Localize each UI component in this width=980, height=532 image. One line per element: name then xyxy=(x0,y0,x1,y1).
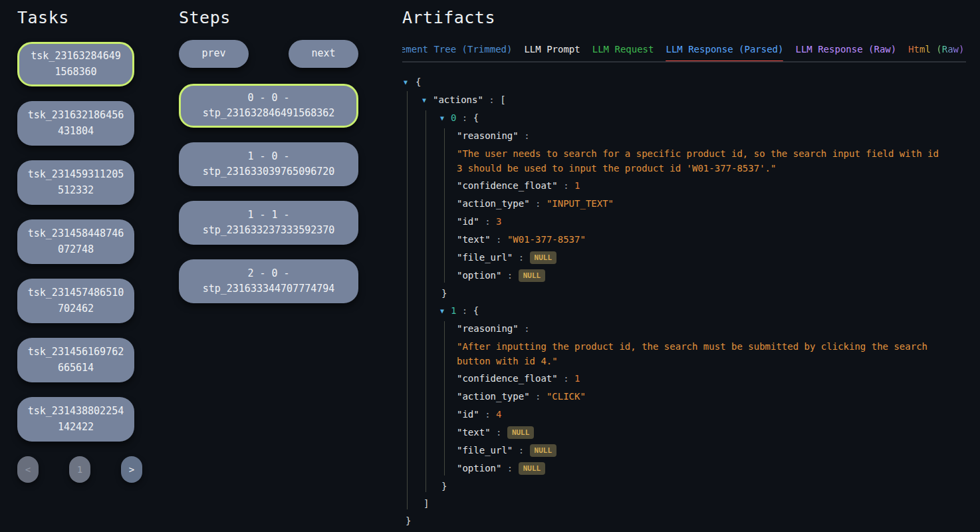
json-row-option: "option" : NULL xyxy=(402,267,966,285)
json-bracket: { xyxy=(473,305,479,316)
pagination-page-button[interactable]: 1 xyxy=(69,456,90,483)
json-colon: : xyxy=(519,130,530,141)
json-key: "file_url" xyxy=(457,252,513,263)
json-key: "reasoning" xyxy=(457,130,519,141)
json-colon: : xyxy=(491,234,507,245)
step-button[interactable]: 1 - 0 - stp_231633039765096720 xyxy=(179,142,358,186)
step-button[interactable]: 1 - 1 - stp_231633237333592370 xyxy=(179,201,358,245)
json-colon: : xyxy=(558,373,574,384)
json-key: "actions" xyxy=(433,94,483,105)
json-key: "text" xyxy=(457,427,491,438)
json-row-text: "text" : "W01-377-8537" xyxy=(402,231,966,249)
json-tree-viewer: ▼{ ▼"actions" : [ ▼0 : { "reasoning" : "… xyxy=(402,73,966,529)
task-button[interactable]: tsk_231457486510 702462 xyxy=(17,279,134,323)
json-colon: : xyxy=(513,252,529,263)
json-row-confidence: "confidence_float" : 1 xyxy=(402,177,966,195)
json-string: "The user needs to search for a specific… xyxy=(457,148,939,174)
artifacts-panel: Artifacts Element Tree (Trimmed) LLM Pro… xyxy=(402,0,966,529)
step-nav: prev next xyxy=(179,40,358,68)
json-colon: : xyxy=(530,198,547,209)
task-button[interactable]: tsk_231438802254 142422 xyxy=(17,397,134,442)
json-key: "action_type" xyxy=(457,391,530,402)
null-badge: NULL xyxy=(507,426,535,439)
task-button[interactable]: tsk_231456169762 665614 xyxy=(17,338,134,382)
null-badge: NULL xyxy=(519,462,546,475)
json-row-close-array: ] xyxy=(402,495,966,512)
json-colon: : xyxy=(456,305,473,316)
json-bracket: [ xyxy=(500,94,505,105)
json-bracket: } xyxy=(441,288,447,299)
json-colon: : xyxy=(479,216,496,227)
json-key: "confidence_float" xyxy=(457,180,558,191)
collapse-arrow-icon[interactable]: ▼ xyxy=(404,73,408,91)
task-button[interactable]: tsk_231632186456 431804 xyxy=(17,101,134,146)
tab-llm-response-raw[interactable]: LLM Response (Raw) xyxy=(795,44,896,61)
json-key: "option" xyxy=(457,463,501,473)
json-string-value: "After inputting the product id, the sea… xyxy=(402,338,966,370)
tab-llm-prompt[interactable]: LLM Prompt xyxy=(524,44,580,61)
json-colon: : xyxy=(501,270,518,281)
json-key: "option" xyxy=(457,270,501,281)
json-string: "INPUT_TEXT" xyxy=(547,198,614,209)
artifacts-title: Artifacts xyxy=(402,0,966,27)
json-key: "id" xyxy=(457,409,479,420)
json-row-id: "id" : 3 xyxy=(402,213,966,231)
json-key: "action_type" xyxy=(457,198,530,209)
json-bracket: { xyxy=(416,76,421,87)
json-colon: : xyxy=(530,391,547,402)
json-row-confidence: "confidence_float" : 1 xyxy=(402,370,966,388)
step-button[interactable]: 2 - 0 - stp_231633344707774794 xyxy=(179,259,358,303)
json-row-root-open: ▼{ xyxy=(402,73,966,91)
json-row-action-type: "action_type" : "CLICK" xyxy=(402,388,966,406)
json-colon: : xyxy=(483,94,500,105)
json-number: 1 xyxy=(574,373,580,384)
step-button[interactable]: 0 - 0 - stp_231632846491568362 xyxy=(179,84,358,128)
tasks-pagination: < 1 > xyxy=(17,456,142,483)
tab-html-raw[interactable]: Html (Raw) xyxy=(908,44,964,61)
null-badge: NULL xyxy=(530,251,557,264)
artifact-tabs: Element Tree (Trimmed) LLM Prompt LLM Re… xyxy=(402,44,966,63)
task-button[interactable]: tsk_231459311205 512332 xyxy=(17,160,134,205)
collapse-arrow-icon[interactable]: ▼ xyxy=(422,91,426,109)
tasks-title: Tasks xyxy=(17,0,134,27)
pagination-next-button[interactable]: > xyxy=(121,456,142,483)
json-row-reasoning: "reasoning" : xyxy=(402,127,966,145)
json-row-option: "option" : NULL xyxy=(402,460,966,477)
null-badge: NULL xyxy=(519,269,546,282)
json-colon: : xyxy=(491,427,507,438)
json-key: "file_url" xyxy=(457,445,513,456)
json-string: "CLICK" xyxy=(547,391,586,402)
json-string: "After inputting the product id, the sea… xyxy=(457,341,927,366)
json-colon: : xyxy=(501,463,518,473)
json-row-file-url: "file_url" : NULL xyxy=(402,442,966,460)
json-key: "confidence_float" xyxy=(457,373,558,384)
json-row-id: "id" : 4 xyxy=(402,406,966,424)
json-colon: : xyxy=(456,112,473,123)
json-row-reasoning: "reasoning" : xyxy=(402,320,966,338)
json-bracket: } xyxy=(441,481,447,491)
json-row-file-url: "file_url" : NULL xyxy=(402,249,966,267)
task-button[interactable]: tsk_23163284649 1568360 xyxy=(17,42,134,86)
json-string: "W01-377-8537" xyxy=(507,234,586,245)
next-step-button[interactable]: next xyxy=(289,40,358,68)
tab-llm-response-parsed[interactable]: LLM Response (Parsed) xyxy=(666,44,783,61)
task-button[interactable]: tsk_231458448746 072748 xyxy=(17,219,134,264)
json-key: "id" xyxy=(457,216,479,227)
tab-llm-request[interactable]: LLM Request xyxy=(592,44,654,61)
prev-step-button[interactable]: prev xyxy=(179,40,249,68)
json-colon: : xyxy=(519,323,530,334)
json-row-close-obj: } xyxy=(402,285,966,302)
pagination-prev-button[interactable]: < xyxy=(17,456,39,483)
json-row-action-type: "action_type" : "INPUT_TEXT" xyxy=(402,195,966,213)
json-number: 4 xyxy=(496,409,501,420)
json-row-close-obj: } xyxy=(402,477,966,495)
collapse-arrow-icon[interactable]: ▼ xyxy=(440,302,444,320)
null-badge: NULL xyxy=(530,444,557,457)
json-row-item-0: ▼0 : { xyxy=(402,109,966,127)
json-colon: : xyxy=(479,409,496,420)
steps-title: Steps xyxy=(179,0,358,27)
collapse-arrow-icon[interactable]: ▼ xyxy=(440,109,444,127)
tab-element-tree-trimmed[interactable]: Element Tree (Trimmed) xyxy=(402,44,512,61)
json-row-item-1: ▼1 : { xyxy=(402,302,966,320)
json-number: 1 xyxy=(574,180,580,191)
